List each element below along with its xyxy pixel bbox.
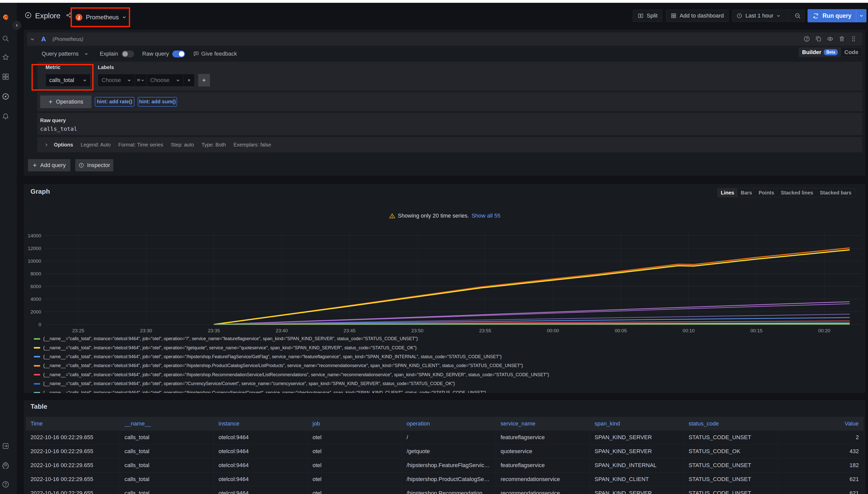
legend-swatch (34, 347, 40, 348)
svg-text:23:40: 23:40 (276, 328, 288, 333)
cell: featureflagservice (496, 458, 590, 472)
cell: otelcol:9464 (214, 487, 308, 494)
clock-icon (736, 13, 742, 19)
raw-query-value: calls_total (40, 126, 77, 132)
cell: otelcol:9464 (214, 458, 308, 472)
legend-item[interactable]: {__name__="calls_total", instance="otelc… (34, 334, 861, 343)
option-step: Step: auto (171, 142, 194, 148)
legend-item[interactable]: {__name__="calls_total", instance="otelc… (34, 353, 861, 361)
chevron-right-icon (15, 24, 19, 27)
graph-mode-points[interactable]: Points (756, 188, 778, 197)
cell: calls_total (120, 458, 214, 472)
query-options-box[interactable]: Options Legend: Auto Format: Time series… (37, 137, 863, 152)
chevron-down-icon[interactable] (860, 14, 864, 18)
help-icon[interactable] (1, 480, 10, 489)
add-to-dashboard-button[interactable]: Add to dashboard (666, 10, 729, 22)
add-operations-button[interactable]: Operations (40, 95, 91, 108)
starred-icon[interactable] (1, 53, 10, 61)
inspector-button[interactable]: Inspector (75, 159, 113, 171)
raw-query-toggle[interactable] (172, 51, 185, 57)
legend-swatch (34, 338, 40, 340)
cell: quoteservice (496, 444, 590, 458)
query-help-icon[interactable] (803, 36, 810, 42)
cell: STATUS_CODE_UNSET (684, 431, 778, 444)
legend-item[interactable]: {__name__="calls_total", instance="otelc… (34, 388, 861, 393)
chevron-right-icon (44, 143, 48, 147)
sign-in-icon[interactable] (1, 442, 10, 450)
cell: 2022-10-16 00:22:29.655 (26, 431, 120, 444)
legend-item[interactable]: {__name__="calls_total", instance="otelc… (34, 370, 861, 379)
duplicate-query-icon[interactable] (815, 36, 822, 42)
zoom-out-icon (794, 13, 801, 19)
legend-label: {__name__="calls_total", instance="otelc… (43, 363, 523, 368)
svg-text:6000: 6000 (31, 284, 41, 289)
hint-add-sum-button[interactable]: hint: add sum() (138, 97, 177, 107)
legend-item[interactable]: {__name__="calls_total", instance="otelc… (34, 343, 861, 352)
info-circle-icon (78, 163, 84, 168)
hide-response-eye-icon[interactable] (827, 36, 833, 42)
explain-toggle[interactable] (122, 51, 134, 57)
collapse-query-icon[interactable] (30, 37, 35, 41)
option-exemplars: Exemplars: false (234, 142, 271, 148)
column-header-status_code[interactable]: status_code (684, 417, 778, 430)
time-range-group: Last 1 hour (732, 10, 805, 22)
cell: calls_total (120, 472, 214, 486)
graph-mode-lines[interactable]: Lines (718, 188, 737, 197)
graph-mode-bars[interactable]: Bars (737, 188, 755, 197)
column-header-Value[interactable]: Value (778, 417, 864, 430)
table-row: 2022-10-16 00:22:29.655calls_totalotelco… (26, 430, 864, 444)
sync-icon (808, 13, 822, 19)
zoom-out-time-button[interactable] (791, 10, 804, 22)
give-feedback-button[interactable]: Give feedback (193, 51, 237, 57)
remove-label-filter-button[interactable] (183, 74, 195, 87)
split-button[interactable]: Split (633, 10, 663, 22)
label-value-select[interactable]: Choose (146, 74, 183, 87)
svg-text:00:05: 00:05 (615, 328, 627, 333)
svg-text:00:15: 00:15 (751, 328, 762, 333)
explore-icon[interactable] (1, 92, 10, 100)
run-query-button[interactable]: Run query (808, 9, 867, 22)
code-mode-button[interactable]: Code (841, 48, 862, 57)
datasource-picker[interactable]: Prometheus (71, 7, 130, 27)
chevron-down-icon (176, 78, 180, 82)
settings-gear-icon[interactable] (1, 461, 10, 469)
cell: /hipstershop.ProductCatalogService/ListP… (402, 472, 496, 486)
legend-item[interactable]: {__name__="calls_total", instance="otelc… (34, 379, 861, 388)
column-header-span_kind[interactable]: span_kind (590, 417, 684, 430)
query-row-header[interactable]: A (Prometheus) (27, 33, 863, 46)
table-row: 2022-10-16 00:22:29.655calls_totalotelco… (26, 444, 864, 458)
column-header-job[interactable]: job (308, 417, 402, 430)
expand-sidebar-button[interactable] (13, 21, 21, 30)
add-label-filter-button[interactable] (198, 74, 210, 87)
chevron-down-icon (141, 79, 144, 82)
grafana-logo[interactable] (2, 14, 10, 23)
alerting-bell-icon[interactable] (1, 112, 10, 120)
cell: calls_total (120, 487, 214, 494)
drag-handle-icon[interactable] (850, 36, 857, 42)
legend-item[interactable]: {__name__="calls_total", instance="otelc… (34, 361, 861, 370)
search-icon[interactable] (1, 35, 10, 43)
label-operator-select[interactable]: = (135, 74, 146, 87)
hint-add-rate-button[interactable]: hint: add rate() (95, 97, 134, 107)
query-editor-panel: A (Prometheus) Query patterns Explain Ra (24, 30, 866, 176)
time-range-button[interactable]: Last 1 hour (732, 10, 784, 22)
cell: SPAN_KIND_SERVER (590, 431, 684, 444)
column-header-instance[interactable]: instance (214, 417, 308, 430)
graph-mode-stacked-lines[interactable]: Stacked lines (778, 188, 817, 197)
column-header-__name__[interactable]: __name__ (120, 417, 214, 430)
apps-icon[interactable] (1, 73, 10, 81)
table-panel: Table Time__name__instancejoboperationse… (24, 400, 866, 494)
column-header-service_name[interactable]: service_name (496, 417, 590, 430)
cell: calls_total (120, 431, 214, 444)
label-key-select[interactable]: Choose (98, 74, 135, 87)
remove-query-trash-icon[interactable] (838, 36, 845, 42)
add-query-button[interactable]: Add query (28, 159, 70, 171)
cell: otel (308, 472, 402, 486)
column-header-Time[interactable]: Time (26, 417, 120, 430)
builder-mode-button[interactable]: Builder Beta (799, 48, 841, 57)
column-header-operation[interactable]: operation (402, 417, 496, 430)
graph-mode-stacked-bars[interactable]: Stacked bars (816, 188, 855, 197)
page-title: Explore (35, 12, 60, 20)
query-patterns-button[interactable]: Query patterns (42, 51, 88, 57)
plus-icon (202, 78, 206, 82)
